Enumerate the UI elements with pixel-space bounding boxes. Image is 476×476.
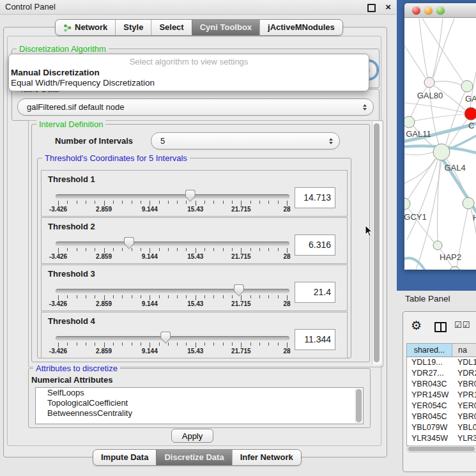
slider-thumb[interactable]: [160, 332, 171, 344]
table-row[interactable]: YPR145WYPR1: [407, 390, 476, 401]
tab-jactivemnodules[interactable]: jActiveMNodules: [259, 20, 342, 35]
split-columns-icon[interactable]: [434, 322, 447, 332]
table-cell: YLR345W: [407, 433, 452, 444]
network-edge[interactable]: [415, 114, 464, 121]
column-header-shared-name[interactable]: shared...: [407, 344, 452, 357]
network-edge-thick[interactable]: [404, 258, 425, 270]
column-checkboxes-icon[interactable]: ☑☑: [454, 320, 470, 330]
tab-discretize-data[interactable]: Discretize Data: [156, 450, 231, 465]
network-node[interactable]: [433, 241, 442, 250]
tick-mark: [259, 248, 260, 251]
network-icon: [63, 24, 72, 32]
minimize-traffic-light-icon[interactable]: [424, 6, 433, 15]
threshold-value-input[interactable]: 21.4: [295, 282, 335, 303]
table-data-select[interactable]: galFiltered.sif default node: [17, 98, 374, 116]
table-row[interactable]: YLR345WYLR3: [407, 433, 476, 444]
tab-style[interactable]: Style: [115, 20, 151, 35]
table-row[interactable]: YBL079WYBL0: [407, 422, 476, 433]
tick-mark: [132, 342, 132, 346]
network-graph[interactable]: GAL80GACGAL11GAL4GCY1HHAP2: [404, 19, 476, 270]
gear-icon[interactable]: ⚙: [411, 319, 422, 333]
node-label: HAP2: [440, 252, 461, 262]
slider-track[interactable]: [56, 242, 289, 246]
network-node[interactable]: [404, 116, 415, 128]
table-row[interactable]: YBR045CYBR0: [407, 411, 476, 422]
list-scrollbar[interactable]: [355, 388, 362, 423]
tab-network[interactable]: Network: [56, 20, 115, 35]
slider-track[interactable]: [56, 289, 289, 293]
network-node[interactable]: [464, 107, 476, 120]
float-window-icon[interactable]: [367, 4, 376, 12]
network-node[interactable]: [461, 81, 473, 92]
table-cell: YDL19...: [407, 357, 452, 368]
group-title: Interval Definition: [36, 119, 105, 129]
tick-mark: [213, 201, 214, 204]
tick-mark: [159, 295, 160, 298]
dropdown-option-manual[interactable]: Manual Discretization: [11, 68, 100, 77]
attribute-item[interactable]: SelfLoops: [36, 388, 363, 398]
table-row[interactable]: YBR043CYBR0: [407, 379, 476, 390]
column-header-name[interactable]: na: [452, 344, 476, 357]
threshold-label: Threshold 3: [48, 269, 95, 279]
network-node[interactable]: [433, 144, 450, 160]
network-view-window[interactable]: GAL80GACGAL11GAL4GCY1HHAP2: [404, 3, 476, 270]
network-edge[interactable]: [404, 152, 433, 155]
network-node[interactable]: [424, 77, 434, 88]
tab-label: Cyni Toolbox: [200, 20, 252, 35]
slider-thumb[interactable]: [124, 237, 134, 249]
table-row[interactable]: YDR27...YDR2: [407, 368, 476, 379]
attribute-item[interactable]: BetweennessCentrality: [36, 408, 363, 418]
tick-mark: [213, 295, 214, 298]
attribute-item[interactable]: TopologicalCoefficient: [36, 398, 363, 408]
tick-mark: [95, 342, 95, 346]
slider-track[interactable]: [56, 336, 289, 341]
tick-mark: [141, 295, 141, 298]
table-cell: YBL079W: [407, 422, 452, 433]
network-node[interactable]: [450, 266, 460, 270]
tick-mark: [67, 248, 68, 251]
dropdown-option-equal-width[interactable]: Equal Width/Frequency Discretization: [11, 78, 155, 88]
scrollbar-thumb[interactable]: [374, 123, 380, 362]
tick-label: 9.144: [127, 253, 172, 260]
tick-mark: [159, 201, 160, 204]
scrollbar-thumb[interactable]: [408, 447, 475, 451]
vertical-scrollbar[interactable]: [372, 121, 382, 365]
table-cell: YER0: [452, 401, 476, 411]
tab-impute-data[interactable]: Impute Data: [93, 450, 156, 465]
tab-select[interactable]: Select: [151, 20, 191, 35]
network-canvas[interactable]: GAL80GACGAL11GAL4GCY1HHAP2: [404, 19, 476, 270]
table-cell: YDL1: [452, 357, 476, 368]
tab-cyni-toolbox[interactable]: Cyni Toolbox: [192, 20, 259, 35]
threshold-value-input[interactable]: 14.713: [295, 187, 335, 208]
tick-mark: [223, 342, 224, 346]
tick-mark: [113, 342, 114, 346]
table-row[interactable]: YER054CYER0: [407, 401, 476, 411]
close-traffic-light-icon[interactable]: [412, 6, 420, 15]
horizontal-scrollbar[interactable]: [406, 445, 476, 452]
threshold-value-input[interactable]: 6.316: [295, 234, 335, 256]
network-edge[interactable]: [433, 19, 454, 78]
apply-button[interactable]: Apply: [171, 429, 213, 443]
scrollbar-thumb[interactable]: [356, 389, 362, 422]
network-window-titlebar: [404, 3, 476, 18]
tick-mark: [241, 342, 242, 348]
slider-track[interactable]: [56, 194, 289, 199]
tab-infer-network[interactable]: Infer Network: [232, 450, 301, 465]
num-intervals-select[interactable]: 5: [151, 132, 340, 150]
table-row[interactable]: YDL19...YDL1: [407, 357, 476, 368]
network-edge[interactable]: [419, 19, 427, 77]
close-icon[interactable]: ×: [385, 1, 391, 13]
slider-thumb[interactable]: [234, 284, 244, 296]
tab-label: Style: [123, 20, 143, 35]
tick-label: 9.144: [127, 300, 172, 307]
num-intervals-value: 5: [160, 133, 165, 149]
network-node[interactable]: [463, 197, 474, 209]
network-edge[interactable]: [404, 45, 426, 78]
zoom-traffic-light-icon[interactable]: [436, 6, 445, 15]
tick-mark: [250, 342, 251, 346]
tick-mark: [141, 248, 141, 251]
table-cell: YBR045C: [407, 411, 452, 422]
threshold-value-input[interactable]: 11.344: [295, 329, 335, 350]
network-node[interactable]: [404, 198, 410, 210]
network-edge[interactable]: [404, 158, 435, 183]
